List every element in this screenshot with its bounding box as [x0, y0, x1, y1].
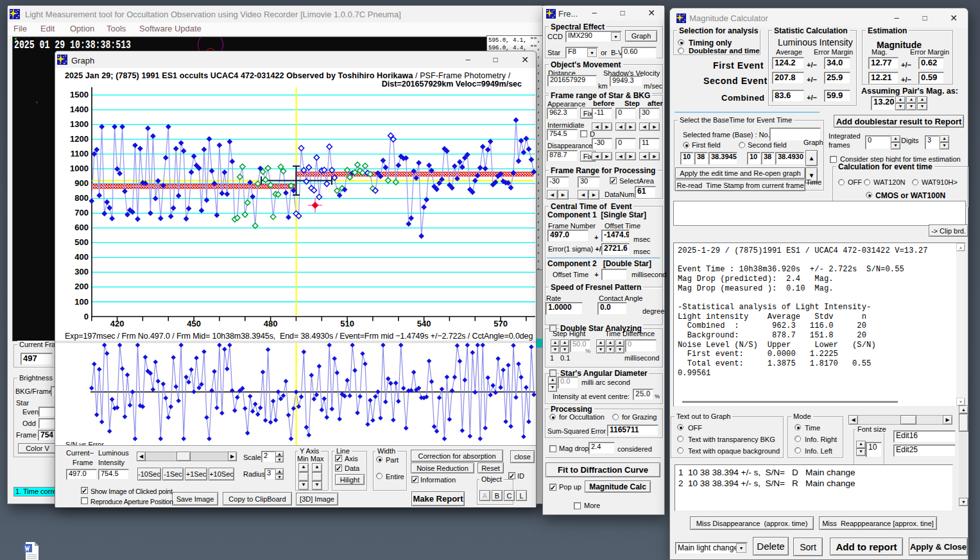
svg-text:1000: 1000 [70, 164, 89, 173]
svg-text:700: 700 [74, 208, 89, 217]
svg-text:0: 0 [84, 312, 89, 321]
svg-text:1400: 1400 [70, 105, 89, 114]
svg-text:500: 500 [74, 237, 89, 247]
svg-text:300: 300 [74, 267, 89, 276]
svg-text:100: 100 [74, 297, 89, 307]
svg-text:1100: 1100 [71, 149, 89, 158]
svg-text:800: 800 [74, 193, 89, 203]
svg-text:1500: 1500 [70, 90, 89, 99]
svg-text:400: 400 [74, 252, 89, 262]
svg-text:200: 200 [74, 282, 89, 291]
svg-text:1300: 1300 [70, 119, 89, 129]
svg-text:600: 600 [74, 223, 89, 232]
svg-text:1200: 1200 [70, 134, 89, 144]
svg-text:900: 900 [74, 178, 89, 188]
